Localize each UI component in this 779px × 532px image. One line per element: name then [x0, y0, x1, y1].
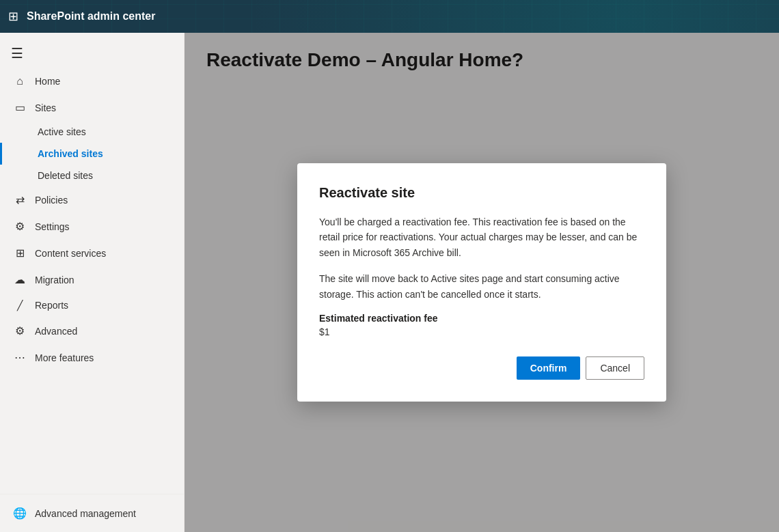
top-header: ⊞ SharePoint admin center — [0, 0, 779, 33]
advanced-icon: ⚙ — [13, 324, 27, 337]
sidebar-item-active-sites[interactable]: Active sites — [0, 121, 184, 143]
sidebar-item-home-label: Home — [35, 76, 60, 87]
sidebar-item-settings-label: Settings — [35, 221, 70, 232]
reactivate-dialog: Reactivate site You'll be charged a reac… — [297, 163, 666, 402]
reports-icon: ╱ — [13, 300, 27, 311]
sidebar-item-migration[interactable]: ☁ Migration — [0, 266, 184, 293]
settings-icon: ⚙ — [13, 220, 27, 233]
home-icon: ⌂ — [13, 75, 27, 87]
main-content: Reactivate Demo – Angular Home? Reactiva… — [184, 33, 779, 532]
dialog-body: You'll be charged a reactivation fee. Th… — [319, 214, 644, 302]
sidebar-bottom: 🌐 Advanced management — [0, 494, 184, 532]
sidebar-item-advanced-management-label: Advanced management — [35, 508, 136, 519]
archived-sites-label: Archived sites — [38, 148, 103, 159]
sidebar-item-content-services[interactable]: ⊞ Content services — [0, 240, 184, 266]
deleted-sites-label: Deleted sites — [38, 170, 93, 181]
dialog-body-para2: The site will move back to Active sites … — [319, 271, 644, 302]
sidebar-item-policies-label: Policies — [35, 195, 68, 206]
dialog-actions: Confirm Cancel — [319, 356, 644, 380]
active-sites-label: Active sites — [38, 126, 86, 137]
sidebar-item-more-features-label: More features — [35, 352, 94, 363]
advanced-management-icon: 🌐 — [13, 507, 27, 520]
migration-icon: ☁ — [13, 273, 27, 286]
waffle-icon[interactable]: ⊞ — [8, 9, 18, 24]
confirm-button[interactable]: Confirm — [517, 356, 581, 380]
policies-icon: ⇄ — [13, 193, 27, 206]
modal-overlay: Reactivate site You'll be charged a reac… — [184, 33, 779, 532]
sidebar-item-more-features[interactable]: ⋯ More features — [0, 344, 184, 371]
hamburger-icon: ☰ — [11, 45, 23, 61]
sidebar-item-sites[interactable]: ▭ Sites — [0, 94, 184, 121]
hamburger-button[interactable]: ☰ — [0, 38, 184, 68]
fee-label: Estimated reactivation fee — [319, 313, 644, 324]
sidebar-top: ☰ ⌂ Home ▭ Sites Active sites Archived s… — [0, 33, 184, 376]
content-services-icon: ⊞ — [13, 247, 27, 260]
sidebar-item-migration-label: Migration — [35, 275, 74, 285]
sidebar-item-settings[interactable]: ⚙ Settings — [0, 213, 184, 240]
sidebar-item-home[interactable]: ⌂ Home — [0, 68, 184, 94]
dialog-title: Reactivate site — [319, 185, 644, 201]
sidebar-item-policies[interactable]: ⇄ Policies — [0, 186, 184, 213]
sidebar: ☰ ⌂ Home ▭ Sites Active sites Archived s… — [0, 33, 184, 532]
fee-value: $1 — [319, 326, 644, 337]
sidebar-item-deleted-sites[interactable]: Deleted sites — [0, 165, 184, 186]
sites-icon: ▭ — [13, 101, 27, 114]
main-layout: ☰ ⌂ Home ▭ Sites Active sites Archived s… — [0, 33, 779, 532]
app-title: SharePoint admin center — [27, 10, 156, 23]
sidebar-item-content-services-label: Content services — [35, 248, 106, 259]
sidebar-item-reports[interactable]: ╱ Reports — [0, 293, 184, 318]
sidebar-item-advanced[interactable]: ⚙ Advanced — [0, 318, 184, 344]
sidebar-item-sites-label: Sites — [35, 102, 56, 113]
sidebar-item-reports-label: Reports — [35, 300, 68, 311]
sidebar-item-advanced-label: Advanced — [35, 326, 77, 337]
more-features-icon: ⋯ — [13, 351, 27, 364]
dialog-body-para1: You'll be charged a reactivation fee. Th… — [319, 214, 644, 260]
sidebar-item-archived-sites[interactable]: Archived sites — [0, 143, 184, 165]
sidebar-item-advanced-management[interactable]: 🌐 Advanced management — [0, 500, 184, 527]
cancel-button[interactable]: Cancel — [586, 356, 644, 380]
